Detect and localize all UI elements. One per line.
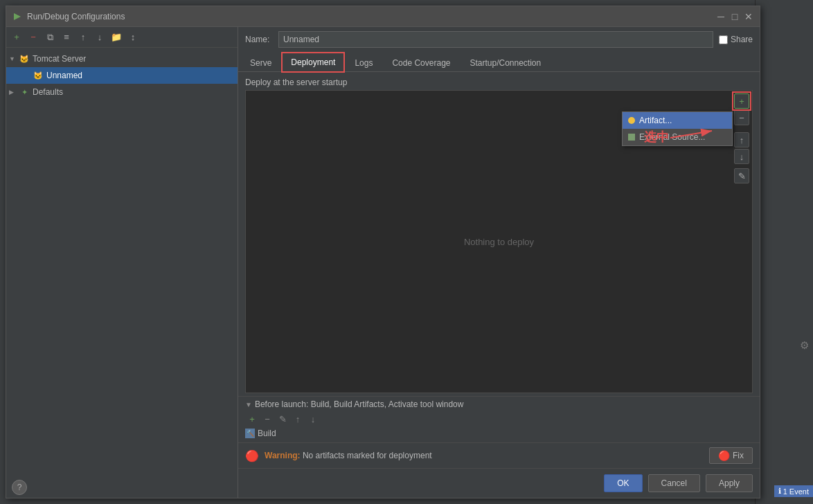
config-tree: ▼ 🐱 Tomcat Server 🐱 Unnamed ▶ ✦ Defaults — [6, 48, 238, 498]
name-input[interactable] — [278, 31, 713, 48]
close-button[interactable]: ✕ — [743, 11, 754, 22]
warning-detail-text: No artifacts marked for deployment — [303, 451, 432, 460]
dialog-title: Run/Debug Configurations — [27, 12, 715, 21]
help-button[interactable]: ? — [12, 480, 27, 495]
minimize-button[interactable]: ─ — [715, 11, 726, 22]
tab-startup-connection[interactable]: Startup/Connection — [461, 53, 550, 72]
build-item: 🔨 Build — [245, 427, 753, 440]
artifact-label: Artifact... — [639, 116, 672, 125]
move-up-button[interactable]: ↑ — [75, 30, 91, 45]
ide-right-strip: ⚙ ℹ 1 Event — [755, 0, 813, 504]
external-source-label: External Source... — [639, 132, 705, 142]
warning-icon: 🔴 — [245, 449, 259, 462]
deploy-area: + − ↑ ↓ ✎ Artifact... — [245, 90, 753, 393]
tree-item-defaults[interactable]: ▶ ✦ Defaults — [6, 84, 238, 100]
move-config-button[interactable]: ≡ — [59, 30, 74, 45]
remove-config-button[interactable]: − — [26, 30, 41, 45]
tab-code-coverage[interactable]: Code Coverage — [383, 53, 459, 72]
artifact-dot-icon — [628, 117, 635, 124]
edit-artifact-button[interactable]: ✎ — [734, 168, 749, 183]
window-controls: ─ □ ✕ — [715, 11, 754, 22]
move-down-button[interactable]: ↓ — [92, 30, 107, 45]
fix-button[interactable]: 🔴 Fix — [709, 447, 753, 464]
sort-button[interactable]: ↕ — [125, 30, 141, 45]
move-artifact-down-button[interactable]: ↓ — [734, 149, 749, 164]
before-launch-edit-button[interactable]: ✎ — [276, 412, 289, 426]
unnamed-icon: 🐱 — [33, 70, 44, 81]
before-launch-down-button[interactable]: ↓ — [306, 412, 320, 426]
fix-label: Fix — [733, 451, 744, 460]
before-launch-add-button[interactable]: + — [245, 412, 259, 426]
deployment-tab-content: Deploy at the server startup + − ↑ ↓ ✎ — [238, 72, 760, 498]
before-launch-remove-button[interactable]: − — [260, 412, 274, 426]
dropdown-item-artifact[interactable]: Artifact... — [623, 112, 732, 129]
bottom-help-area: ? — [6, 477, 238, 498]
expand-arrow-tomcat: ▼ — [9, 55, 17, 62]
expand-arrow-defaults: ▶ — [9, 89, 17, 96]
remove-artifact-button[interactable]: − — [734, 110, 749, 125]
share-checkbox[interactable] — [719, 35, 728, 44]
tree-item-tomcat-server[interactable]: ▼ 🐱 Tomcat Server — [6, 51, 238, 67]
share-area: Share — [719, 35, 753, 44]
tomcat-server-icon: 🐱 — [19, 53, 30, 64]
tab-startup-connection-label: Startup/Connection — [470, 58, 541, 68]
copy-config-button[interactable]: ⧉ — [42, 30, 57, 45]
move-artifact-up-button[interactable]: ↑ — [734, 132, 749, 147]
tab-logs[interactable]: Logs — [346, 53, 382, 72]
tab-deployment-label: Deployment — [291, 57, 335, 67]
add-config-button[interactable]: + — [9, 30, 24, 45]
deploy-toolbar: + − ↑ ↓ ✎ — [734, 93, 749, 183]
add-artifact-button[interactable]: + — [734, 93, 749, 109]
create-folder-button[interactable]: 📁 — [109, 30, 124, 45]
tree-item-unnamed[interactable]: 🐱 Unnamed — [6, 67, 238, 84]
deploy-header: Deploy at the server startup — [238, 72, 760, 90]
dialog-body: + − ⧉ ≡ ↑ ↓ 📁 ↕ ▼ 🐱 Tomcat Server — [6, 27, 760, 498]
build-label: Build — [258, 429, 276, 438]
left-toolbar: + − ⧉ ≡ ↑ ↓ 📁 ↕ — [6, 27, 238, 48]
before-launch-title: Before launch: Build, Build Artifacts, A… — [255, 399, 464, 409]
name-row: Name: Share — [238, 27, 760, 52]
run-debug-dialog: Run/Debug Configurations ─ □ ✕ + − ⧉ ≡ ↑… — [6, 6, 760, 498]
defaults-icon: ✦ — [19, 87, 30, 98]
cancel-button[interactable]: Cancel — [648, 474, 700, 492]
left-panel: + − ⧉ ≡ ↑ ↓ 📁 ↕ ▼ 🐱 Tomcat Server — [6, 27, 238, 498]
share-label: Share — [731, 35, 753, 44]
tabs-row: Serve Deployment Logs Code Coverage Star… — [238, 52, 760, 72]
before-launch-collapse-arrow[interactable]: ▼ — [245, 401, 252, 408]
bottom-buttons: OK Cancel Apply — [238, 468, 760, 498]
maximize-button[interactable]: □ — [729, 11, 740, 22]
warning-bar: 🔴 Warning: No artifacts marked for deplo… — [238, 442, 760, 468]
tab-logs-label: Logs — [355, 58, 373, 68]
artifact-dropdown: Artifact... External Source... — [622, 111, 733, 146]
dialog-icon — [12, 11, 23, 22]
before-launch-up-button[interactable]: ↑ — [291, 412, 305, 426]
before-launch-header: ▼ Before launch: Build, Build Artifacts,… — [245, 399, 753, 409]
apply-button[interactable]: Apply — [706, 474, 753, 492]
dropdown-item-external-source[interactable]: External Source... — [623, 129, 732, 145]
build-icon: 🔨 — [245, 429, 255, 438]
tab-code-coverage-label: Code Coverage — [392, 58, 450, 68]
event-info-icon: ℹ — [778, 487, 781, 496]
before-launch-section: ▼ Before launch: Build, Build Artifacts,… — [238, 396, 760, 442]
defaults-label: Defaults — [33, 87, 63, 97]
title-bar: Run/Debug Configurations ─ □ ✕ — [6, 6, 760, 27]
name-label: Name: — [245, 35, 273, 44]
settings-icon[interactable]: ⚙ — [800, 339, 809, 352]
tab-server-label: Serve — [250, 58, 271, 68]
fix-icon: 🔴 — [718, 450, 730, 461]
tab-server[interactable]: Serve — [241, 53, 280, 72]
add-deploy-wrapper: + — [734, 93, 749, 109]
before-launch-toolbar: + − ✎ ↑ ↓ — [245, 412, 753, 426]
event-label[interactable]: ℹ 1 Event — [774, 485, 813, 497]
tab-deployment[interactable]: Deployment — [282, 53, 344, 72]
warning-text: Warning: No artifacts marked for deploym… — [265, 451, 704, 460]
svg-marker-0 — [14, 13, 21, 20]
right-panel: Name: Share Serve Deployment — [238, 27, 760, 498]
unnamed-label: Unnamed — [46, 71, 82, 80]
tomcat-server-label: Tomcat Server — [33, 54, 86, 64]
ok-button[interactable]: OK — [604, 474, 642, 492]
warning-bold-text: Warning: — [265, 451, 301, 460]
external-source-square-icon — [628, 134, 635, 141]
